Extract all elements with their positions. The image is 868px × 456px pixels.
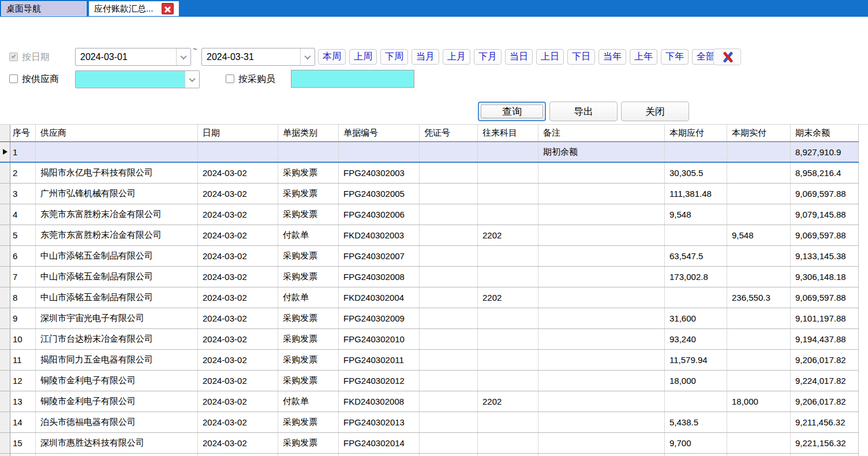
row-gutter-cell[interactable] [0,184,10,204]
table-row[interactable]: 6中山市添铭五金制品有限公司2024-03-02采购发票FPG240302007… [0,246,859,267]
table-cell[interactable]: 采购发票 [278,329,339,349]
table-cell[interactable] [538,246,665,266]
table-cell[interactable] [420,204,478,225]
date-from-combobox[interactable]: 2024-03-01 [75,48,191,66]
table-cell[interactable]: 9,306,148.18 [791,267,859,287]
column-header-6[interactable]: 凭证号 [420,125,478,141]
table-cell[interactable]: 1 [10,142,36,162]
table-cell[interactable]: 9 [10,308,36,328]
table-cell[interactable]: 2202 [478,391,538,412]
quick-range-button-上周[interactable]: 上周 [349,49,377,65]
table-cell[interactable] [478,412,538,432]
table-row[interactable]: 1期初余额8,927,910.9 [0,142,859,163]
table-cell[interactable]: 铜陵市金利电子有限公司 [36,371,198,391]
date-to-dropdown-button[interactable] [300,48,315,65]
close-button[interactable]: 关闭 [621,102,689,121]
table-cell[interactable]: 采购发票 [278,412,339,432]
table-cell[interactable] [478,142,538,162]
table-cell[interactable]: 9,548 [727,225,791,245]
table-cell[interactable] [420,412,478,432]
table-cell[interactable] [538,225,665,245]
table-cell[interactable]: 2024-03-02 [198,184,278,204]
row-gutter-cell[interactable] [0,433,10,453]
quick-range-button-当年[interactable]: 当年 [598,49,626,65]
table-cell[interactable]: 9,069,597.88 [791,184,859,204]
export-button[interactable]: 导出 [549,102,618,121]
table-cell[interactable]: 10 [10,329,36,349]
table-cell[interactable]: 采购发票 [278,184,339,204]
table-cell[interactable]: 9,700 [665,433,727,453]
table-cell[interactable]: 2024-03-02 [198,287,278,308]
table-cell[interactable] [538,163,665,183]
row-gutter-cell[interactable] [0,163,10,183]
table-cell[interactable]: 2024-03-02 [198,246,278,266]
table-cell[interactable] [727,163,791,183]
column-header-7[interactable]: 往来科目 [478,125,538,141]
date-to-combobox[interactable]: 2024-03-31 [201,48,315,66]
table-cell[interactable]: 2 [10,163,36,183]
table-cell[interactable] [665,225,727,245]
supplier-dropdown-button[interactable] [185,71,199,88]
table-cell[interactable] [538,287,665,308]
table-row[interactable]: 12铜陵市金利电子有限公司2024-03-02采购发票FPG2403020121… [0,371,859,391]
query-button[interactable]: 查询 [478,102,546,121]
table-cell[interactable] [420,371,478,391]
table-row[interactable]: 13铜陵市金利电子有限公司2024-03-02付款单FKD24030200822… [0,391,859,412]
table-cell[interactable] [420,391,478,412]
table-cell[interactable]: 9,133,145.38 [791,246,859,266]
row-gutter-cell[interactable] [0,225,10,245]
table-cell[interactable]: 13 [10,391,36,412]
table-cell[interactable]: 2024-03-02 [198,204,278,225]
table-row[interactable]: 9深圳市宇宙光电子有限公司2024-03-02采购发票FPG2403020093… [0,308,859,329]
table-cell[interactable]: 12 [10,371,36,391]
table-cell[interactable] [727,371,791,391]
table-cell[interactable] [665,391,727,412]
table-cell[interactable] [727,142,791,162]
table-cell[interactable]: 2024-03-02 [198,350,278,370]
table-cell[interactable] [727,308,791,328]
table-cell[interactable]: FPG240302009 [339,308,420,328]
table-cell[interactable]: 8 [10,287,36,308]
table-cell[interactable]: 9,206,017.82 [791,350,859,370]
table-cell[interactable] [727,246,791,266]
table-cell[interactable]: 2024-03-02 [198,391,278,412]
table-cell[interactable] [278,142,339,162]
table-row[interactable]: 4东莞市东富胜粉末冶金有限公司2024-03-02采购发票FPG24030200… [0,204,859,225]
column-header-5[interactable]: 单据编号 [339,125,420,141]
table-cell[interactable] [538,350,665,370]
quick-range-button-本周[interactable]: 本周 [318,49,346,65]
date-from-dropdown-button[interactable] [176,48,190,65]
table-cell[interactable]: 中山市添铭五金制品有限公司 [36,246,198,266]
row-gutter-cell[interactable] [0,287,10,308]
table-cell[interactable] [478,204,538,225]
table-cell[interactable]: 2024-03-02 [198,329,278,349]
table-cell[interactable] [420,142,478,162]
table-cell[interactable]: 93,240 [665,329,727,349]
table-cell[interactable] [538,267,665,287]
table-cell[interactable] [478,267,538,287]
quick-range-button-上日[interactable]: 上日 [536,49,564,65]
table-cell[interactable]: 14 [10,412,36,432]
table-row[interactable]: 7中山市添铭五金制品有限公司2024-03-02采购发票FPG240302008… [0,267,859,287]
column-header-2[interactable]: 供应商 [36,125,198,141]
table-cell[interactable] [538,329,665,349]
table-cell[interactable] [420,350,478,370]
table-cell[interactable]: 江门市台达粉末冶金有限公司 [36,329,198,349]
table-cell[interactable]: 采购发票 [278,308,339,328]
table-cell[interactable]: FPG240302013 [339,412,420,432]
table-cell[interactable]: 付款单 [278,391,339,412]
table-cell[interactable] [420,267,478,287]
table-cell[interactable]: 期初余额 [538,142,665,162]
table-cell[interactable]: 30,305.5 [665,163,727,183]
quick-range-button-下日[interactable]: 下日 [567,49,595,65]
table-cell[interactable]: 11 [10,350,36,370]
table-row[interactable]: 3广州市弘锋机械有限公司2024-03-02采购发票FPG24030200511… [0,184,859,204]
column-header-11[interactable]: 期末余额 [791,125,859,141]
table-cell[interactable]: 揭阳市同力五金电器有限公司 [36,350,198,370]
table-cell[interactable] [198,142,278,162]
column-header-10[interactable]: 本期实付 [727,125,791,141]
table-cell[interactable]: FPG240302003 [339,163,420,183]
table-row[interactable]: 10江门市台达粉末冶金有限公司2024-03-02采购发票FPG24030201… [0,329,859,350]
by-supplier-checkbox[interactable] [9,74,18,83]
table-cell[interactable]: 广州市弘锋机械有限公司 [36,184,198,204]
